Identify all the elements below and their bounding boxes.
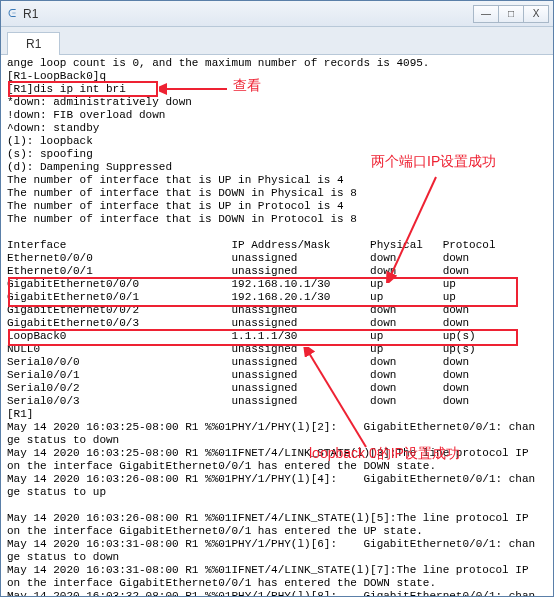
app-icon: ᕮ (5, 7, 19, 21)
window-title: R1 (23, 7, 473, 21)
tab-r1[interactable]: R1 (7, 32, 60, 56)
close-button[interactable]: X (523, 5, 549, 23)
terminal-output: ange loop count is 0, and the maximum nu… (1, 55, 553, 596)
tab-bar: R1 (1, 27, 553, 55)
minimize-button[interactable]: — (473, 5, 499, 23)
maximize-button[interactable]: □ (498, 5, 524, 23)
window-buttons: — □ X (473, 5, 549, 23)
terminal-viewport[interactable]: ange loop count is 0, and the maximum nu… (1, 55, 553, 596)
titlebar[interactable]: ᕮ R1 — □ X (1, 1, 553, 27)
window-frame: ᕮ R1 — □ X R1 ange loop count is 0, and … (0, 0, 554, 597)
